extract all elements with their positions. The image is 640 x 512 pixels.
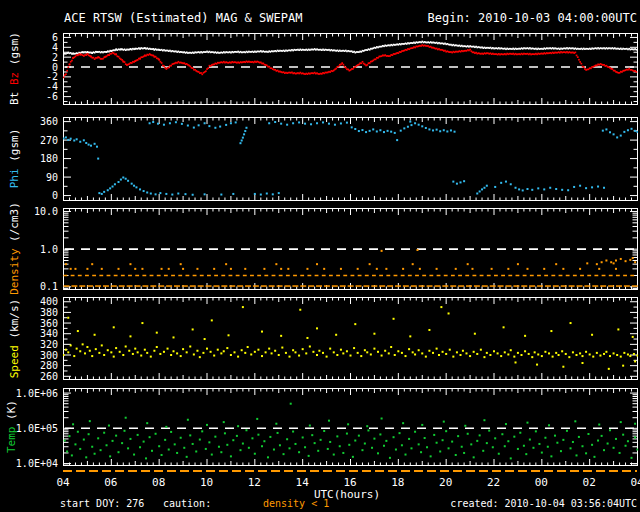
- x-tick-label: 02: [576, 476, 602, 489]
- series-speed: [63, 343, 638, 358]
- x-tick-label: 14: [289, 476, 315, 489]
- x-tick-label: 04: [624, 476, 640, 489]
- begin-timestamp: Begin: 2010-10-03 04:00:00UTC: [427, 11, 637, 25]
- x-tick-label: 20: [433, 476, 459, 489]
- ace-rtsw-plot: ACE RTSW (Estimated) MAG & SWEPAM Begin:…: [0, 0, 640, 512]
- y-ticks: [64, 122, 637, 196]
- x-ticks: [64, 34, 638, 104]
- caution-label: caution:: [163, 498, 211, 509]
- x-tick-label: 16: [337, 476, 363, 489]
- x-ticks: [64, 298, 638, 379]
- panel-density: [63, 208, 638, 290]
- y-ticks: [64, 393, 637, 465]
- panel-ylabel-temp: Temp (K): [5, 357, 18, 497]
- x-tick-label: 08: [146, 476, 172, 489]
- created-timestamp: created: 2010-10-04 03:56:04UTC: [450, 498, 637, 509]
- series-temp: [64, 429, 638, 459]
- x-tick-label: 00: [528, 476, 554, 489]
- x-tick-label: 04: [50, 476, 76, 489]
- series-speed-outliers: [67, 306, 636, 370]
- panel-phi: [63, 117, 638, 201]
- caution-value: density < 1: [263, 498, 329, 509]
- x-tick-label: 18: [385, 476, 411, 489]
- density-band: [64, 275, 635, 277]
- density-band: [64, 285, 638, 287]
- x-tick-label: 12: [241, 476, 267, 489]
- series-density: [65, 249, 636, 270]
- series-phi: [63, 121, 638, 196]
- panel-speed: [63, 297, 638, 380]
- panel-mag: [63, 33, 638, 105]
- caution-density-line: [63, 470, 637, 472]
- y-ticks: [64, 211, 637, 288]
- y-ticks: [64, 302, 637, 377]
- page-title: ACE RTSW (Estimated) MAG & SWEPAM: [64, 11, 302, 25]
- x-tick-label: 10: [194, 476, 220, 489]
- panel-temp: [63, 388, 638, 466]
- start-doy-label: start DOY: 276: [60, 498, 144, 509]
- x-tick-label: 06: [98, 476, 124, 489]
- series-temp-high: [72, 403, 636, 428]
- x-ticks: [64, 389, 638, 465]
- x-tick-label: 22: [481, 476, 507, 489]
- x-ticks: [64, 118, 638, 200]
